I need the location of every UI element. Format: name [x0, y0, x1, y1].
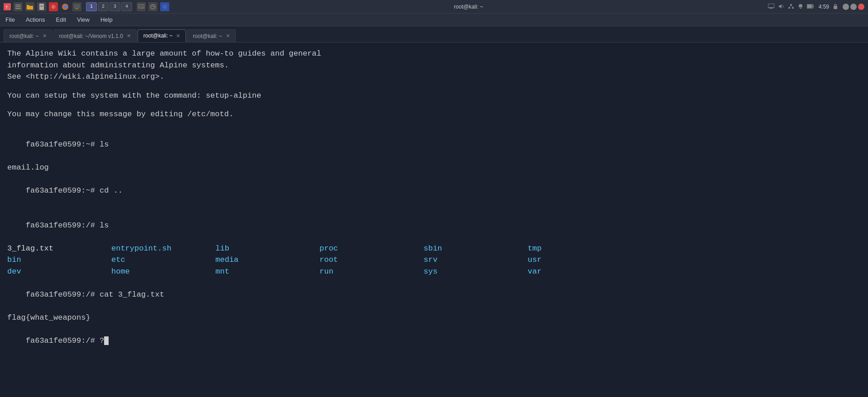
ls-item-9: root — [320, 254, 424, 266]
svg-rect-13 — [76, 8, 78, 9]
ls-item-15: run — [320, 266, 424, 278]
svg-rect-19 — [768, 4, 774, 8]
menu-actions[interactable]: Actions — [24, 15, 47, 24]
titlebar: T ! 1 2 3 4 — [0, 0, 868, 14]
workspace-1[interactable]: 1 — [86, 2, 97, 11]
cmd1-line: fa63a1fe0599:~# ls — [7, 128, 861, 162]
cmd4-prompt: fa63a1fe0599:/# — [26, 290, 100, 299]
cmd5-command: ? — [100, 336, 104, 345]
ls-item-14: mnt — [215, 266, 320, 278]
sys-icon-battery — [807, 4, 814, 9]
taskbar-icon-timer[interactable] — [148, 2, 157, 11]
menubar: File Actions Edit View Help — [0, 14, 868, 26]
tab-2[interactable]: root@kali: ~ ✕ — [138, 29, 186, 42]
menu-help[interactable]: Help — [99, 15, 114, 24]
ls-item-13: home — [111, 266, 215, 278]
taskbar-icon-kali[interactable] — [160, 2, 169, 11]
svg-rect-20 — [770, 8, 773, 9]
svg-rect-24 — [788, 7, 790, 9]
cmd1-output: email.log — [7, 162, 861, 174]
svg-text:!: ! — [52, 5, 54, 9]
spacer-2 — [7, 101, 861, 109]
taskbar-icon-folder[interactable] — [25, 2, 34, 11]
svg-rect-25 — [792, 7, 794, 9]
cmd4-line: fa63a1fe0599:/# cat 3_flag.txt — [7, 277, 861, 312]
ls-item-17: var — [528, 266, 632, 278]
workspace-3[interactable]: 3 — [110, 2, 120, 11]
taskbar-icon-files[interactable] — [37, 2, 46, 11]
tab-1[interactable]: root@kali: ~/Venom v1.1.0 ✕ — [53, 29, 137, 42]
cmd3-line: fa63a1fe0599:/# ls — [7, 208, 861, 243]
minimize-button[interactable] — [843, 4, 849, 10]
maximize-button[interactable] — [850, 4, 857, 10]
tab-3[interactable]: root@kali: ~ ✕ — [187, 29, 236, 42]
tab-3-close[interactable]: ✕ — [226, 33, 230, 39]
svg-rect-32 — [834, 6, 837, 9]
taskbar-icon-screen[interactable] — [137, 2, 146, 11]
svg-rect-4 — [15, 8, 21, 9]
menu-edit[interactable]: Edit — [54, 15, 68, 24]
cmd2-line: fa63a1fe0599:~# cd .. — [7, 174, 861, 208]
svg-line-27 — [791, 5, 793, 7]
workspace-2[interactable]: 2 — [98, 2, 109, 11]
ls-item-10: srv — [424, 254, 528, 266]
svg-line-22 — [782, 5, 784, 8]
taskbar-icon-1[interactable] — [14, 2, 23, 11]
clock-time: 4:59 — [819, 4, 829, 10]
ls-item-4: sbin — [424, 243, 528, 255]
sys-icon-sound — [778, 4, 784, 10]
titlebar-right: 4:59 — [768, 4, 864, 10]
svg-rect-30 — [813, 5, 814, 7]
taskbar-icon-red[interactable]: ! — [49, 2, 58, 11]
ls-item-0: 3_flag.txt — [7, 243, 111, 255]
svg-rect-12 — [74, 4, 80, 8]
cmd2-command: cd .. — [100, 186, 123, 195]
ls-item-1: entrypoint.sh — [111, 243, 215, 255]
ls-item-6: bin — [7, 254, 111, 266]
tab-2-close[interactable]: ✕ — [176, 33, 180, 39]
svg-rect-3 — [15, 6, 21, 7]
cmd3-prompt: fa63a1fe0599:/# — [26, 221, 100, 230]
close-button[interactable] — [858, 4, 864, 10]
menu-view[interactable]: View — [75, 15, 91, 24]
sys-icon-bell — [798, 4, 803, 10]
taskbar-icon-firefox[interactable] — [61, 2, 70, 11]
ls-item-8: media — [215, 254, 320, 266]
tab-1-close[interactable]: ✕ — [127, 33, 131, 39]
svg-rect-31 — [807, 5, 812, 8]
app-icon: T — [4, 3, 11, 10]
ls-output: 3_flag.txt entrypoint.sh lib proc sbin t… — [7, 243, 861, 278]
motd-line-7: You may change this message by editing /… — [7, 109, 861, 120]
menu-file[interactable]: File — [4, 15, 17, 24]
tab-3-label: root@kali: ~ — [193, 33, 222, 39]
motd-line-1: The Alpine Wiki contains a large amount … — [7, 48, 861, 60]
svg-rect-6 — [40, 5, 43, 6]
workspace-buttons: 1 2 3 4 — [86, 2, 132, 11]
svg-rect-23 — [790, 4, 792, 5]
svg-line-26 — [789, 5, 791, 7]
taskbar-icon-monitor[interactable] — [72, 2, 81, 11]
tab-0-close[interactable]: ✕ — [43, 33, 47, 39]
terminal-area[interactable]: The Alpine Wiki contains a large amount … — [0, 43, 868, 397]
spacer-1 — [7, 83, 861, 90]
window-title: root@kali: ~ — [454, 4, 483, 10]
sys-icon-monitor — [768, 4, 774, 10]
tab-2-label: root@kali: ~ — [143, 33, 173, 39]
svg-text:T: T — [5, 5, 8, 9]
cmd1-command: ls — [100, 140, 109, 149]
cmd4-output: flag{what_weapons} — [7, 312, 861, 324]
tab-0[interactable]: root@kali: ~ ✕ — [4, 29, 52, 42]
svg-marker-21 — [779, 4, 782, 9]
motd-line-3: See <http://wiki.alpinelinux.org>. — [7, 71, 861, 83]
cmd5-prompt: fa63a1fe0599:/# — [26, 336, 100, 345]
svg-rect-14 — [138, 4, 144, 8]
motd-line-5: You can setup the system with the comman… — [7, 90, 861, 102]
workspace-4[interactable]: 4 — [121, 2, 132, 11]
motd-line-2: information about administrating Alpine … — [7, 60, 861, 71]
cmd1-prompt: fa63a1fe0599:~# — [26, 140, 100, 149]
terminal-cursor — [104, 336, 109, 345]
ls-item-16: sys — [424, 266, 528, 278]
ls-item-5: tmp — [528, 243, 632, 255]
ls-item-3: proc — [320, 243, 424, 255]
cmd3-command: ls — [100, 221, 109, 230]
